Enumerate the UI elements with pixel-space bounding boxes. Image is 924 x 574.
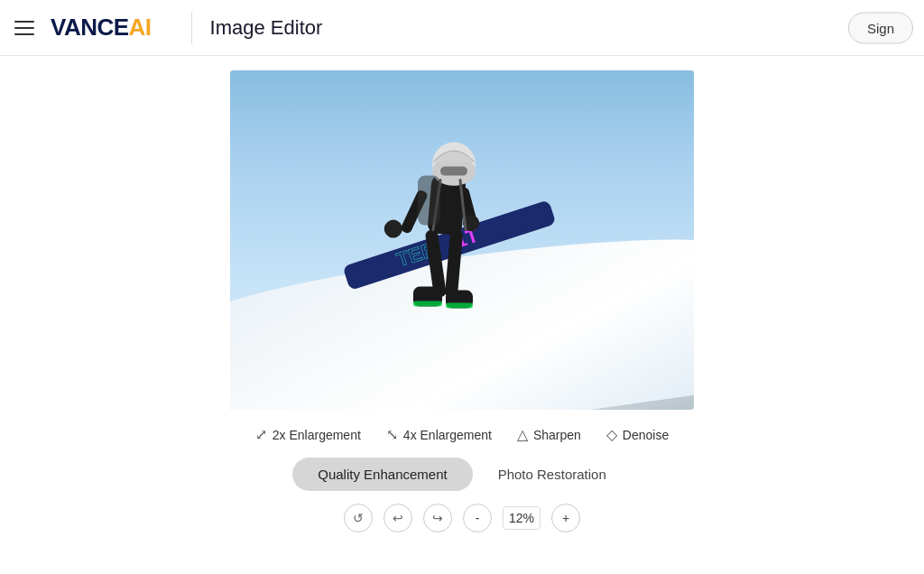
tool-sharpen-label: Sharpen [533,428,581,442]
header-divider [191,12,192,44]
sign-button[interactable]: Sign [848,12,913,43]
svg-point-9 [382,217,406,241]
logo: VANCEAI [51,14,152,42]
tool-4x-enlargement[interactable]: ⤡ 4x Enlargement [386,426,492,443]
sharpen-icon: △ [517,426,528,443]
tab-quality-enhancement[interactable]: Quality Enhancement [292,458,472,491]
logo-ai: AI [129,14,152,41]
svg-rect-16 [446,303,473,309]
reset-zoom-button[interactable]: ↺ [344,504,373,532]
tool-denoise[interactable]: ◇ Denoise [606,426,669,443]
tab-bar: Quality Enhancement Photo Restoration [292,458,632,491]
tool-2x-label: 2x Enlargement [273,428,361,442]
tool-denoise-label: Denoise [623,428,669,442]
image-placeholder: TER 1T [230,70,694,410]
snowboarder-figure: TER 1T [323,90,576,379]
logo-text: VANCEAI [51,14,152,42]
denoise-icon: ◇ [606,426,617,443]
image-canvas: TER 1T [230,70,694,410]
zoom-controls: ↺ ↩ ↪ - 12% + [344,504,580,532]
tool-4x-label: 4x Enlargement [403,428,492,442]
header: VANCEAI Image Editor Sign [0,0,924,56]
enlargement-4x-icon: ⤡ [386,426,398,443]
tool-2x-enlargement[interactable]: ⤢ 2x Enlargement [255,426,361,443]
redo-button[interactable]: ↪ [423,504,452,532]
logo-vance: VANCE [51,14,129,41]
undo-button[interactable]: ↩ [383,504,412,532]
tab-photo-restoration[interactable]: Photo Restoration [473,458,632,491]
page-title: Image Editor [210,16,323,40]
tool-sharpen[interactable]: △ Sharpen [517,426,581,443]
main-content: TER 1T [0,56,924,532]
enlargement-2x-icon: ⤢ [255,426,267,443]
zoom-value: 12% [503,506,541,530]
svg-rect-6 [440,167,467,176]
svg-rect-19 [418,176,440,226]
svg-rect-14 [413,301,442,307]
menu-icon[interactable] [14,21,34,35]
zoom-in-button[interactable]: + [551,504,580,532]
tools-toolbar: ⤢ 2x Enlargement ⤡ 4x Enlargement △ Shar… [255,426,669,443]
zoom-out-button[interactable]: - [463,504,492,532]
